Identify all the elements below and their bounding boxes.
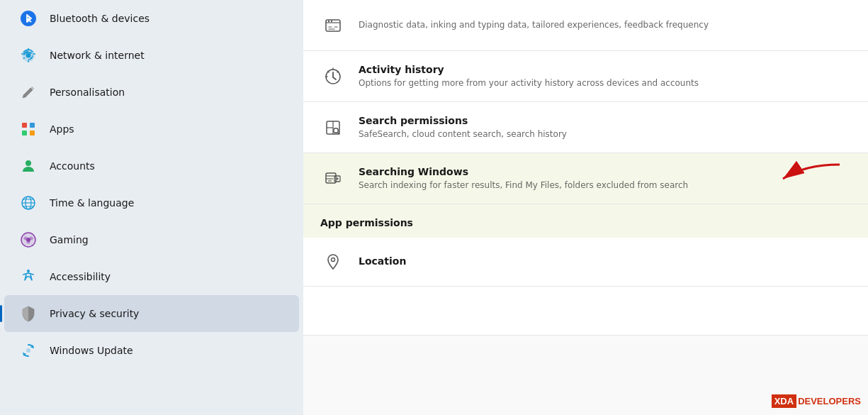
settings-item-diagnostic[interactable]: Diagnostic data, inking and typing data,… — [303, 0, 868, 51]
sidebar-label-privacy: Privacy & security — [50, 308, 139, 319]
bluetooth-icon — [18, 9, 38, 28]
location-title: Location — [359, 255, 851, 267]
sidebar-item-gaming[interactable]: Gaming — [4, 221, 299, 258]
svg-rect-6 — [30, 131, 35, 135]
diagnostic-icon — [320, 13, 346, 38]
apps-icon — [18, 119, 38, 139]
svg-rect-5 — [22, 131, 27, 135]
svg-rect-23 — [331, 21, 332, 22]
accessibility-icon — [18, 267, 38, 287]
diagnostic-desc: Diagnostic data, inking and typing data,… — [359, 19, 851, 31]
searching-windows-icon — [320, 166, 346, 192]
pen-icon — [18, 82, 38, 102]
sidebar-item-time[interactable]: Time & language — [4, 184, 299, 221]
settings-list: Diagnostic data, inking and typing data,… — [303, 0, 868, 336]
shield-icon — [18, 304, 38, 323]
svg-point-27 — [334, 128, 338, 132]
sidebar-label-accessibility: Accessibility — [50, 271, 111, 282]
sidebar: Bluetooth & devices Network & internet — [0, 0, 303, 415]
main-content: Diagnostic data, inking and typing data,… — [303, 0, 868, 415]
bottom-icon — [320, 298, 346, 323]
sidebar-label-time: Time & language — [50, 197, 134, 209]
svg-point-19 — [27, 270, 30, 272]
sidebar-item-privacy[interactable]: Privacy & security — [4, 295, 299, 332]
xda-watermark: XDA DEVELOPERS — [772, 394, 861, 408]
searching-windows-text: Searching Windows Search indexing for fa… — [359, 166, 851, 192]
search-permissions-title: Search permissions — [359, 115, 851, 126]
searching-windows-title: Searching Windows — [359, 166, 851, 177]
settings-item-searching-windows[interactable]: Searching Windows Search indexing for fa… — [303, 153, 868, 204]
sidebar-item-accounts[interactable]: Accounts — [4, 148, 299, 184]
xda-box: XDA — [772, 394, 796, 408]
activity-icon — [320, 64, 346, 89]
globe-icon — [18, 193, 38, 213]
location-icon — [320, 249, 346, 275]
search-permissions-text: Search permissions SafeSearch, cloud con… — [359, 115, 851, 140]
accounts-icon — [18, 156, 38, 176]
diagnostic-text: Diagnostic data, inking and typing data,… — [359, 19, 851, 31]
sidebar-label-update: Windows Update — [50, 345, 133, 356]
svg-point-18 — [26, 238, 30, 242]
network-icon — [18, 45, 38, 65]
settings-item-search-permissions[interactable]: Search permissions SafeSearch, cloud con… — [303, 102, 868, 153]
search-permissions-icon — [320, 115, 346, 140]
update-icon — [18, 341, 38, 360]
app-permissions-header: App permissions — [303, 204, 868, 238]
sidebar-item-bluetooth[interactable]: Bluetooth & devices — [4, 0, 299, 37]
gaming-icon — [18, 230, 38, 250]
svg-rect-3 — [22, 123, 27, 128]
svg-point-2 — [28, 55, 30, 57]
settings-item-bottom[interactable] — [303, 287, 868, 336]
sidebar-item-network[interactable]: Network & internet — [4, 37, 299, 74]
sidebar-label-accounts: Accounts — [50, 160, 95, 172]
svg-rect-4 — [30, 123, 35, 128]
sidebar-label-personalisation: Personalisation — [50, 87, 125, 98]
settings-item-activity[interactable]: Activity history Options for getting mor… — [303, 51, 868, 102]
sidebar-label-bluetooth: Bluetooth & devices — [50, 13, 150, 24]
sidebar-item-update[interactable]: Windows Update — [4, 332, 299, 369]
activity-desc: Options for getting more from your activ… — [359, 77, 851, 89]
sidebar-item-accessibility[interactable]: Accessibility — [4, 258, 299, 295]
sidebar-label-network: Network & internet — [50, 50, 145, 61]
sidebar-item-apps[interactable]: Apps — [4, 111, 299, 148]
svg-point-20 — [26, 348, 30, 353]
activity-text: Activity history Options for getting mor… — [359, 64, 851, 89]
svg-rect-22 — [328, 21, 329, 22]
searching-windows-desc: Search indexing for faster results, Find… — [359, 179, 851, 192]
app-permissions-title: App permissions — [320, 217, 413, 228]
sidebar-label-apps: Apps — [50, 123, 74, 135]
location-text: Location — [359, 255, 851, 269]
svg-point-31 — [332, 258, 335, 262]
svg-point-7 — [26, 160, 31, 166]
settings-item-location[interactable]: Location — [303, 238, 868, 287]
sidebar-label-gaming: Gaming — [50, 234, 89, 245]
sidebar-item-personalisation[interactable]: Personalisation — [4, 74, 299, 111]
search-permissions-desc: SafeSearch, cloud content search, search… — [359, 128, 851, 140]
xda-text: DEVELOPERS — [798, 396, 861, 406]
activity-title: Activity history — [359, 64, 851, 75]
